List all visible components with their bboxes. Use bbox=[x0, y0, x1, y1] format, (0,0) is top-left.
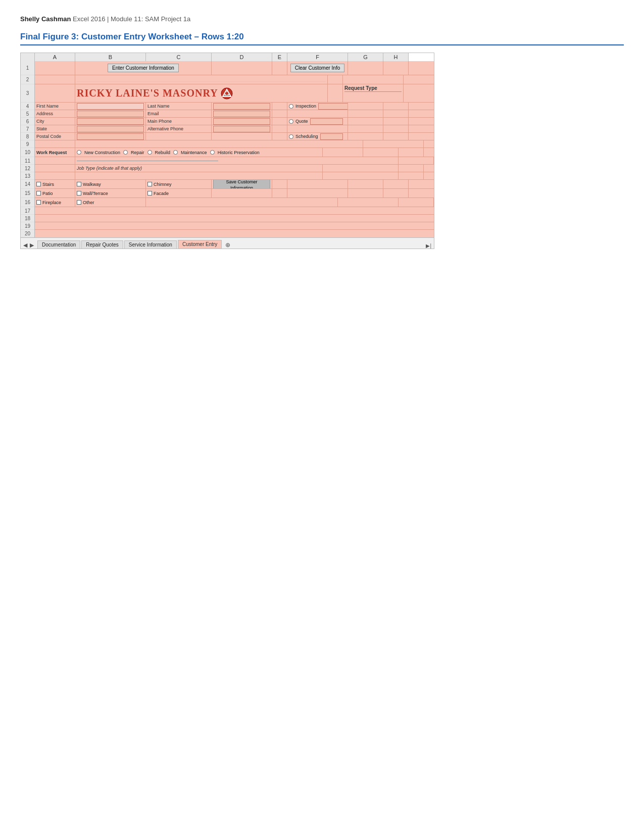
historic-radio[interactable] bbox=[210, 150, 215, 155]
first-name-label: First Name bbox=[36, 104, 59, 109]
col-header-f: F bbox=[287, 53, 348, 61]
scheduling-radio[interactable] bbox=[289, 134, 293, 139]
tab-bar: ◀ ▶ Documentation Repair Quotes Service … bbox=[21, 237, 434, 249]
inspection-label: Inspection bbox=[295, 104, 316, 109]
tab-scroll-left[interactable]: ◀ bbox=[23, 242, 27, 249]
col-header-c: C bbox=[146, 53, 212, 61]
city-input[interactable] bbox=[77, 118, 144, 125]
masonry-icon bbox=[221, 87, 233, 100]
quote-input[interactable] bbox=[310, 118, 343, 125]
postal-code-input[interactable] bbox=[77, 133, 144, 140]
first-name-input[interactable] bbox=[77, 103, 144, 110]
scheduling-radio-row: Scheduling bbox=[289, 133, 343, 140]
page-subtitle: Excel 2016 | Module 11: SAM Project 1a bbox=[73, 15, 190, 23]
col-header-g: G bbox=[348, 53, 383, 61]
main-phone-input[interactable] bbox=[213, 118, 270, 125]
tab-repair-quotes[interactable]: Repair Quotes bbox=[81, 240, 123, 249]
postal-code-label: Postal Code bbox=[36, 134, 61, 139]
row-2 bbox=[35, 75, 434, 84]
address-label: Address bbox=[36, 111, 53, 116]
add-sheet-button[interactable]: ⊕ bbox=[223, 241, 233, 249]
tab-service-information[interactable]: Service Information bbox=[124, 240, 177, 249]
fireplace-checkbox[interactable] bbox=[36, 200, 41, 205]
email-label: Email bbox=[147, 111, 159, 116]
page-header: Shelly Cashman Excel 2016 | Module 11: S… bbox=[20, 15, 624, 23]
save-customer-button[interactable]: Save Customer Information bbox=[213, 180, 270, 188]
new-construction-radio[interactable] bbox=[77, 150, 81, 155]
last-name-label: Last Name bbox=[147, 104, 170, 109]
row-13 bbox=[35, 172, 434, 180]
city-label: City bbox=[36, 119, 44, 124]
wall-terrace-checkbox-row: Wall/Terrace bbox=[77, 191, 108, 196]
maintenance-radio[interactable] bbox=[173, 150, 178, 155]
rownum-9: 9 bbox=[21, 140, 34, 148]
facade-checkbox[interactable] bbox=[147, 191, 152, 195]
row-18 bbox=[35, 215, 434, 222]
work-request-label: Work Request bbox=[36, 150, 67, 155]
grid-area: Enter Customer Information Clear Custome… bbox=[35, 61, 434, 237]
row-3: Ricky Laine's Masonry Request Type bbox=[35, 84, 434, 103]
inspection-input[interactable] bbox=[318, 103, 348, 110]
stairs-checkbox[interactable] bbox=[36, 182, 41, 186]
col-header-b: B bbox=[75, 53, 146, 61]
patio-checkbox-row: Patio bbox=[36, 191, 53, 196]
row-20 bbox=[35, 230, 434, 237]
row-17 bbox=[35, 207, 434, 215]
rownum-7: 7 bbox=[21, 125, 34, 133]
state-label: State bbox=[36, 126, 47, 131]
col-headers: A B C D E F G H bbox=[21, 53, 434, 61]
rownum-18: 18 bbox=[21, 215, 34, 222]
row-numbers: 1 2 3 4 5 6 7 8 9 10 11 12 13 14 15 16 1… bbox=[21, 61, 35, 237]
rownum-17: 17 bbox=[21, 207, 34, 215]
col-header-d: D bbox=[212, 53, 272, 61]
address-input[interactable] bbox=[77, 111, 144, 117]
quote-radio[interactable] bbox=[289, 119, 293, 124]
rownum-13: 13 bbox=[21, 172, 34, 180]
row-16: Fireplace Other bbox=[35, 198, 434, 207]
rownum-3: 3 bbox=[21, 84, 34, 103]
row-4: First Name Last Name Inspection bbox=[35, 103, 434, 110]
tab-customer-entry[interactable]: Customer Entry bbox=[178, 240, 222, 249]
work-request-options: New Construction Repair Rebuild Maintena… bbox=[77, 150, 260, 155]
facade-checkbox-row: Facade bbox=[147, 191, 169, 196]
rownum-16: 16 bbox=[21, 198, 34, 207]
tab-scroll-right[interactable]: ▶ bbox=[30, 242, 34, 249]
rownum-5: 5 bbox=[21, 110, 34, 118]
row-7: State Alternative Phone bbox=[35, 125, 434, 133]
rownum-6: 6 bbox=[21, 118, 34, 125]
section-title: Final Figure 3: Customer Entry Worksheet… bbox=[20, 32, 624, 45]
email-input[interactable] bbox=[213, 111, 270, 117]
state-input[interactable] bbox=[77, 126, 144, 132]
scheduling-input[interactable] bbox=[320, 133, 343, 140]
job-type-label: Job Type (indicate all that apply) bbox=[77, 166, 142, 171]
walkway-checkbox[interactable] bbox=[77, 182, 81, 186]
spreadsheet-body: 1 2 3 4 5 6 7 8 9 10 11 12 13 14 15 16 1… bbox=[21, 61, 434, 237]
inspection-radio-row: Inspection bbox=[289, 103, 348, 110]
col-header-e: E bbox=[272, 53, 287, 61]
col-header-h: H bbox=[383, 53, 409, 61]
chimney-checkbox[interactable] bbox=[147, 182, 152, 186]
last-name-input[interactable] bbox=[213, 103, 270, 110]
tab-documentation[interactable]: Documentation bbox=[37, 240, 80, 249]
row-15: Patio Wall/Terrace Facade bbox=[35, 189, 434, 198]
other-checkbox[interactable] bbox=[77, 200, 81, 205]
clear-customer-button[interactable]: Clear Customer Info bbox=[290, 64, 344, 72]
tab-end-indicator: ▶| bbox=[426, 243, 431, 249]
row-9 bbox=[35, 140, 434, 148]
repair-radio[interactable] bbox=[123, 150, 128, 155]
row-12: Job Type (indicate all that apply) bbox=[35, 165, 434, 172]
fireplace-checkbox-row: Fireplace bbox=[36, 200, 61, 205]
rownum-12: 12 bbox=[21, 165, 34, 172]
rownum-14: 14 bbox=[21, 180, 34, 189]
quote-label: Quote bbox=[295, 119, 308, 124]
alt-phone-label: Alternative Phone bbox=[147, 126, 183, 131]
enter-customer-button[interactable]: Enter Customer Information bbox=[108, 64, 179, 72]
alt-phone-input[interactable] bbox=[213, 126, 270, 132]
patio-checkbox[interactable] bbox=[36, 191, 41, 195]
wall-terrace-checkbox[interactable] bbox=[77, 191, 81, 195]
inspection-radio[interactable] bbox=[289, 104, 293, 109]
walkway-checkbox-row: Walkway bbox=[77, 182, 101, 187]
rebuild-radio[interactable] bbox=[147, 150, 152, 155]
other-checkbox-row: Other bbox=[77, 200, 94, 205]
spreadsheet: A B C D E F G H 1 2 3 4 5 6 7 8 9 10 11 … bbox=[20, 53, 434, 249]
